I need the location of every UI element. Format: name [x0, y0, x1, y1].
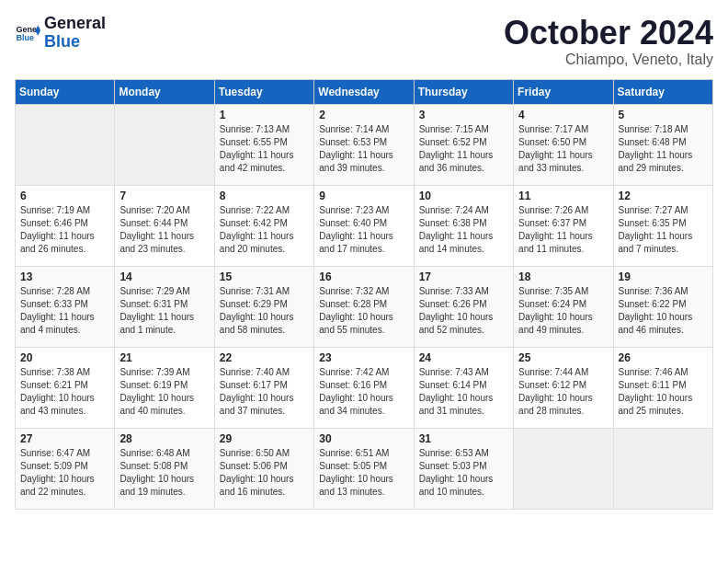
calendar-week-row: 27Sunrise: 6:47 AMSunset: 5:09 PMDayligh… [16, 428, 713, 509]
day-number: 12 [619, 190, 708, 202]
calendar-day-cell: 23Sunrise: 7:42 AMSunset: 6:16 PMDayligh… [314, 347, 414, 428]
calendar-day-cell: 26Sunrise: 7:46 AMSunset: 6:11 PMDayligh… [613, 347, 712, 428]
day-number: 28 [119, 432, 209, 445]
day-info: Sunrise: 7:44 AMSunset: 6:12 PMDaylight:… [518, 366, 608, 418]
calendar-day-cell: 6Sunrise: 7:19 AMSunset: 6:46 PMDaylight… [16, 185, 115, 266]
calendar-day-cell: 17Sunrise: 7:33 AMSunset: 6:26 PMDayligh… [414, 266, 513, 347]
calendar-day-cell: 21Sunrise: 7:39 AMSunset: 6:19 PMDayligh… [115, 347, 214, 428]
day-info: Sunrise: 7:24 AMSunset: 6:38 PMDaylight:… [419, 204, 508, 256]
day-number: 30 [319, 432, 408, 445]
day-number: 11 [518, 190, 608, 202]
calendar-day-cell: 10Sunrise: 7:24 AMSunset: 6:38 PMDayligh… [414, 185, 513, 266]
logo-general: General [44, 15, 106, 33]
day-number: 6 [20, 190, 109, 202]
weekday-header: Tuesday [214, 79, 313, 104]
day-info: Sunrise: 7:40 AMSunset: 6:17 PMDaylight:… [220, 366, 309, 418]
day-number: 27 [20, 432, 109, 445]
day-info: Sunrise: 7:33 AMSunset: 6:26 PMDaylight:… [419, 285, 508, 337]
calendar-day-cell: 5Sunrise: 7:18 AMSunset: 6:48 PMDaylight… [613, 104, 712, 185]
day-info: Sunrise: 7:29 AMSunset: 6:31 PMDaylight:… [119, 285, 209, 337]
day-number: 24 [419, 351, 508, 364]
logo-icon: General Blue [15, 20, 40, 46]
calendar-table: SundayMondayTuesdayWednesdayThursdayFrid… [15, 79, 713, 510]
calendar-day-cell: 29Sunrise: 6:50 AMSunset: 5:06 PMDayligh… [214, 428, 313, 509]
day-number: 17 [419, 270, 508, 283]
day-info: Sunrise: 7:46 AMSunset: 6:11 PMDaylight:… [619, 366, 708, 418]
weekday-header: Sunday [16, 79, 115, 104]
calendar-day-cell: 9Sunrise: 7:23 AMSunset: 6:40 PMDaylight… [314, 185, 414, 266]
calendar-day-cell: 13Sunrise: 7:28 AMSunset: 6:33 PMDayligh… [16, 266, 115, 347]
calendar-day-cell: 28Sunrise: 6:48 AMSunset: 5:08 PMDayligh… [115, 428, 214, 509]
calendar-day-cell: 3Sunrise: 7:15 AMSunset: 6:52 PMDaylight… [414, 104, 513, 185]
day-info: Sunrise: 6:50 AMSunset: 5:06 PMDaylight:… [220, 447, 309, 499]
weekday-header: Saturday [613, 79, 712, 104]
day-number: 8 [220, 190, 309, 202]
day-number: 23 [319, 351, 408, 364]
day-info: Sunrise: 7:42 AMSunset: 6:16 PMDaylight:… [319, 366, 408, 418]
calendar-day-cell [613, 428, 712, 509]
day-info: Sunrise: 7:35 AMSunset: 6:24 PMDaylight:… [518, 285, 608, 337]
day-number: 29 [220, 432, 309, 445]
svg-text:Blue: Blue [16, 33, 34, 42]
month-title: October 2024 [504, 15, 713, 52]
weekday-header: Monday [115, 79, 214, 104]
day-number: 22 [220, 351, 309, 364]
day-number: 20 [20, 351, 109, 364]
location-subtitle: Chiampo, Veneto, Italy [504, 52, 713, 68]
calendar-day-cell [16, 104, 115, 185]
day-number: 13 [20, 270, 109, 283]
calendar-day-cell: 22Sunrise: 7:40 AMSunset: 6:17 PMDayligh… [214, 347, 313, 428]
day-info: Sunrise: 7:17 AMSunset: 6:50 PMDaylight:… [518, 123, 608, 175]
day-number: 21 [119, 351, 209, 364]
calendar-day-cell: 16Sunrise: 7:32 AMSunset: 6:28 PMDayligh… [314, 266, 414, 347]
title-block: October 2024 Chiampo, Veneto, Italy [504, 15, 713, 68]
day-info: Sunrise: 7:36 AMSunset: 6:22 PMDaylight:… [619, 285, 708, 337]
day-info: Sunrise: 7:32 AMSunset: 6:28 PMDaylight:… [319, 285, 408, 337]
calendar-day-cell [115, 104, 214, 185]
weekday-header-row: SundayMondayTuesdayWednesdayThursdayFrid… [16, 79, 713, 104]
day-info: Sunrise: 7:22 AMSunset: 6:42 PMDaylight:… [220, 204, 309, 256]
day-info: Sunrise: 7:18 AMSunset: 6:48 PMDaylight:… [619, 123, 708, 175]
calendar-day-cell: 30Sunrise: 6:51 AMSunset: 5:05 PMDayligh… [314, 428, 414, 509]
day-number: 16 [319, 270, 408, 283]
day-info: Sunrise: 7:31 AMSunset: 6:29 PMDaylight:… [220, 285, 309, 337]
calendar-day-cell: 4Sunrise: 7:17 AMSunset: 6:50 PMDaylight… [514, 104, 613, 185]
day-info: Sunrise: 6:51 AMSunset: 5:05 PMDaylight:… [319, 447, 408, 499]
calendar-day-cell: 11Sunrise: 7:26 AMSunset: 6:37 PMDayligh… [514, 185, 613, 266]
day-info: Sunrise: 7:23 AMSunset: 6:40 PMDaylight:… [319, 204, 408, 256]
day-number: 18 [518, 270, 608, 283]
day-number: 7 [119, 190, 209, 202]
calendar-week-row: 20Sunrise: 7:38 AMSunset: 6:21 PMDayligh… [16, 347, 713, 428]
day-number: 14 [119, 270, 209, 283]
day-number: 26 [619, 351, 708, 364]
logo: General Blue General Blue [15, 15, 106, 52]
calendar-day-cell: 18Sunrise: 7:35 AMSunset: 6:24 PMDayligh… [514, 266, 613, 347]
calendar-day-cell: 31Sunrise: 6:53 AMSunset: 5:03 PMDayligh… [414, 428, 513, 509]
day-number: 4 [518, 109, 608, 121]
weekday-header: Wednesday [314, 79, 414, 104]
day-number: 10 [419, 190, 508, 202]
weekday-header: Thursday [414, 79, 513, 104]
day-number: 2 [319, 109, 408, 121]
calendar-day-cell: 2Sunrise: 7:14 AMSunset: 6:53 PMDaylight… [314, 104, 414, 185]
day-number: 15 [220, 270, 309, 283]
day-info: Sunrise: 6:48 AMSunset: 5:08 PMDaylight:… [119, 447, 209, 499]
weekday-header: Friday [514, 79, 613, 104]
calendar-day-cell: 20Sunrise: 7:38 AMSunset: 6:21 PMDayligh… [16, 347, 115, 428]
calendar-day-cell: 24Sunrise: 7:43 AMSunset: 6:14 PMDayligh… [414, 347, 513, 428]
calendar-week-row: 13Sunrise: 7:28 AMSunset: 6:33 PMDayligh… [16, 266, 713, 347]
calendar-day-cell: 25Sunrise: 7:44 AMSunset: 6:12 PMDayligh… [514, 347, 613, 428]
day-info: Sunrise: 7:28 AMSunset: 6:33 PMDaylight:… [20, 285, 109, 337]
day-info: Sunrise: 7:38 AMSunset: 6:21 PMDaylight:… [20, 366, 109, 418]
day-info: Sunrise: 6:47 AMSunset: 5:09 PMDaylight:… [20, 447, 109, 499]
page-header: General Blue General Blue October 2024 C… [15, 15, 713, 68]
logo-blue: Blue [44, 33, 106, 52]
calendar-day-cell: 8Sunrise: 7:22 AMSunset: 6:42 PMDaylight… [214, 185, 313, 266]
calendar-day-cell: 7Sunrise: 7:20 AMSunset: 6:44 PMDaylight… [115, 185, 214, 266]
day-info: Sunrise: 7:20 AMSunset: 6:44 PMDaylight:… [119, 204, 209, 256]
calendar-day-cell: 14Sunrise: 7:29 AMSunset: 6:31 PMDayligh… [115, 266, 214, 347]
day-number: 25 [518, 351, 608, 364]
day-info: Sunrise: 7:14 AMSunset: 6:53 PMDaylight:… [319, 123, 408, 175]
calendar-day-cell: 1Sunrise: 7:13 AMSunset: 6:55 PMDaylight… [214, 104, 313, 185]
day-number: 3 [419, 109, 508, 121]
